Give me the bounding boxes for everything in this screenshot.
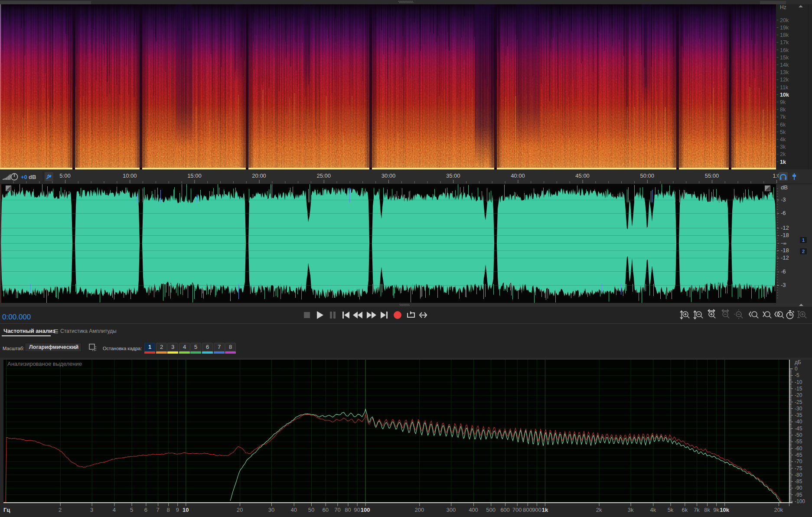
svg-text:900: 900 (532, 507, 541, 513)
svg-text:0: 0 (795, 366, 798, 372)
svg-text:-15: -15 (795, 386, 802, 392)
svg-text:-50: -50 (795, 432, 802, 438)
svg-text:5k: 5k (780, 129, 786, 135)
svg-text:дБ: дБ (795, 359, 801, 365)
svg-text:10:00: 10:00 (123, 172, 137, 179)
svg-text:+0: +0 (21, 174, 27, 180)
svg-text:8: 8 (167, 507, 170, 513)
svg-text:800: 800 (523, 507, 532, 513)
svg-text:-12: -12 (781, 224, 789, 231)
svg-text:-60: -60 (795, 445, 802, 452)
svg-text:10: 10 (183, 507, 189, 513)
svg-text:5:00: 5:00 (59, 172, 70, 179)
svg-text:10k: 10k (780, 92, 789, 98)
svg-text:13k: 13k (780, 69, 789, 75)
svg-text:-75: -75 (795, 465, 802, 471)
svg-text:-70: -70 (795, 458, 802, 465)
svg-text:9k: 9k (780, 99, 786, 105)
svg-text:12k: 12k (780, 77, 789, 83)
svg-text:-35: -35 (795, 412, 802, 418)
svg-text:6k: 6k (682, 507, 688, 513)
svg-text:18k: 18k (780, 32, 789, 38)
svg-text:40: 40 (290, 507, 297, 513)
svg-text:90: 90 (354, 507, 360, 513)
svg-text:3k: 3k (780, 144, 786, 150)
svg-text:−∞: −∞ (781, 241, 786, 246)
svg-text:35:00: 35:00 (446, 172, 460, 179)
svg-text:200: 200 (414, 507, 424, 513)
svg-text:25:00: 25:00 (317, 172, 331, 179)
svg-text:-30: -30 (795, 406, 802, 412)
svg-text:-100: -100 (795, 498, 805, 504)
svg-text:Hz: Hz (780, 4, 786, 10)
svg-text:-55: -55 (795, 439, 802, 445)
svg-text:600: 600 (500, 507, 510, 513)
svg-text:-5: -5 (795, 372, 799, 378)
svg-text:9: 9 (176, 507, 179, 513)
svg-text:500: 500 (486, 507, 496, 513)
svg-text:-6: -6 (781, 210, 786, 216)
svg-text:7k: 7k (780, 114, 786, 120)
svg-text:dB: dB (781, 184, 788, 191)
svg-text:50: 50 (308, 507, 314, 513)
svg-text:19k: 19k (780, 25, 789, 31)
svg-text:20: 20 (237, 507, 243, 513)
svg-text:-10: -10 (795, 379, 802, 385)
svg-text:Гц: Гц (3, 507, 10, 513)
svg-text:20:00: 20:00 (252, 172, 266, 179)
svg-text:6: 6 (144, 507, 147, 513)
svg-text:-12: -12 (781, 254, 789, 261)
svg-text:dB: dB (29, 174, 36, 180)
svg-text:30:00: 30:00 (382, 172, 396, 179)
svg-text:7k: 7k (694, 507, 700, 513)
svg-text:11k: 11k (780, 85, 789, 91)
svg-text:-3: -3 (781, 196, 786, 203)
svg-text:-18: -18 (781, 247, 789, 254)
svg-text:2k: 2k (596, 507, 602, 513)
svg-text:16k: 16k (780, 47, 789, 53)
svg-text:80: 80 (345, 507, 351, 513)
svg-text:4: 4 (113, 507, 116, 513)
svg-text:4k: 4k (650, 507, 656, 513)
svg-text:700: 700 (512, 507, 522, 513)
svg-text:5: 5 (130, 507, 133, 513)
svg-text:100: 100 (361, 507, 370, 513)
svg-text:-90: -90 (795, 485, 802, 491)
svg-text:300: 300 (446, 507, 456, 513)
svg-text:-95: -95 (795, 492, 802, 498)
svg-text:2: 2 (59, 507, 62, 513)
svg-text:55:00: 55:00 (705, 172, 719, 179)
svg-text:40:00: 40:00 (511, 172, 525, 179)
svg-text:3: 3 (90, 507, 93, 513)
svg-text:20k: 20k (780, 17, 789, 23)
svg-text:15:00: 15:00 (187, 172, 202, 179)
svg-text:8k: 8k (780, 107, 786, 113)
svg-text:20k: 20k (774, 507, 783, 513)
svg-text:45:00: 45:00 (575, 172, 590, 179)
svg-text:-85: -85 (795, 478, 802, 484)
svg-text:14k: 14k (780, 62, 789, 68)
svg-text:-45: -45 (795, 426, 802, 432)
svg-text:17k: 17k (780, 39, 789, 46)
svg-text:1k: 1k (542, 507, 548, 513)
svg-text:60: 60 (322, 507, 328, 513)
svg-text:10k: 10k (720, 507, 729, 513)
svg-text:15k: 15k (780, 55, 789, 61)
svg-text:6k: 6k (780, 122, 786, 128)
svg-text:2: 2 (802, 249, 805, 254)
svg-text:4k: 4k (780, 137, 786, 143)
svg-text:9k: 9k (713, 507, 719, 513)
svg-text:7: 7 (156, 507, 159, 513)
svg-text:-18: -18 (781, 232, 789, 238)
svg-text:1k: 1k (780, 159, 786, 165)
svg-text:50:00: 50:00 (640, 172, 655, 179)
svg-text:400: 400 (469, 507, 478, 513)
svg-text:-6: -6 (781, 268, 786, 275)
svg-text:-65: -65 (795, 452, 802, 458)
svg-text:Анализированое выделение: Анализированое выделение (7, 361, 82, 367)
svg-text:-40: -40 (795, 419, 802, 425)
svg-text:5k: 5k (668, 507, 674, 513)
svg-text:-25: -25 (795, 399, 802, 405)
svg-text:30: 30 (268, 507, 274, 513)
svg-text:8k: 8k (704, 507, 710, 513)
